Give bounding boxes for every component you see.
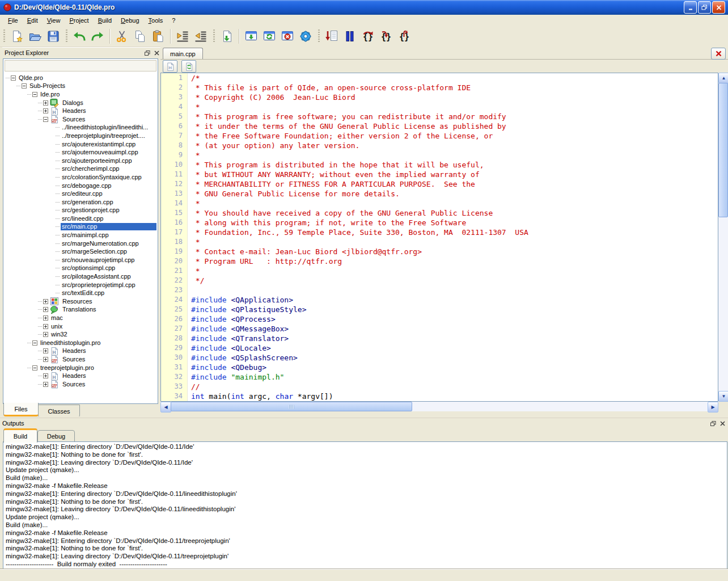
expand-toggle-icon[interactable] [43,348,48,353]
tree-item-src-chercherimpl-cpp[interactable]: src/chercherimpl.cpp [5,165,156,174]
collapse-toggle-icon[interactable] [32,92,37,97]
tree-item-src-proprieteprojetimpl-cpp[interactable]: src/proprieteprojetimpl.cpp [5,281,156,289]
tree-item-qide-pro[interactable]: QIde.pro [5,74,156,82]
tab-build[interactable]: Build [3,428,37,443]
tab-classes[interactable]: Classes [38,405,80,416]
scroll-left-icon[interactable]: ◀ [160,402,171,412]
tree-item-src-ajouternouveauimpl-cpp[interactable]: src/ajouternouveauimpl.cpp [5,148,156,157]
close-outputs-icon[interactable] [718,419,727,427]
code-line[interactable]: 20 * Program URL : http://qtfr.org [161,256,718,266]
collapse-toggle-icon[interactable] [22,83,27,89]
tree-item-src-colorationsyntaxique-cpp[interactable]: src/colorationSyntaxique.cpp [5,173,156,182]
code-line[interactable]: 4 * [161,102,718,112]
project-explorer-filter-bar[interactable] [5,60,156,71]
tree-item-treeprojetplugin-treeprojet[interactable]: ../treeprojetplugin/treeprojet.... [5,132,156,140]
code-line[interactable]: 23 [161,285,718,295]
code-line[interactable]: 27#include <QMessageBox> [161,324,718,334]
scroll-right-icon[interactable]: ▶ [708,402,718,412]
tree-item-sources[interactable]: CPPSources [5,355,156,364]
float-outputs-icon[interactable] [709,419,717,427]
tree-item-sources[interactable]: CPPSources [5,380,156,389]
tree-item-src-lineedit-cpp[interactable]: src/lineedit.cpp [5,214,156,223]
float-panel-icon[interactable] [143,49,151,57]
tab-main-cpp[interactable]: main.cpp [163,48,203,59]
code-line[interactable]: 5 * This program is free software; you c… [161,112,718,121]
close-panel-icon[interactable] [153,49,161,57]
tree-item-src-debogage-cpp[interactable]: src/debogage.cpp [5,182,156,190]
expand-toggle-icon[interactable] [43,382,48,387]
code-line[interactable]: 21 * [161,266,718,276]
pause-button[interactable] [341,27,359,45]
tree-item-src-gestionprojet-cpp[interactable]: src/gestionprojet.cpp [5,207,156,215]
cut-button[interactable] [113,27,131,45]
vertical-scroll-thumb[interactable] [718,83,728,217]
menu-help[interactable]: ? [167,15,180,26]
code-line[interactable]: 10 * This program is distributed in the … [161,160,718,170]
tree-item-src-generation-cpp[interactable]: src/generation.cpp [5,198,156,207]
compile-file-button[interactable] [218,27,236,45]
tree-item-src-ajouterexistantimpl-cpp[interactable]: src/ajouterexistantimpl.cpp [5,140,156,149]
code-line[interactable]: 3 * Copyright (C) 2006 Jean-Luc Biord [161,92,718,102]
collapse-toggle-icon[interactable] [32,340,37,346]
tree-item-sub-projects[interactable]: Sub-Projects [5,82,156,91]
menu-build[interactable]: Build [94,15,116,26]
new-file-button[interactable] [8,27,26,45]
close-button[interactable] [712,1,725,14]
tree-item-headers[interactable]: HHeaders [5,107,156,115]
step-over-button[interactable]: {} [359,27,377,45]
copy-button[interactable] [131,27,149,45]
toggle-header-source-button[interactable]: H [163,60,177,73]
code-line[interactable]: 19 * Contact e-mail: Jean-Luc Biord <jlb… [161,247,718,256]
tree-item-src-editeur-cpp[interactable]: src/editeur.cpp [5,190,156,198]
tree-item-lineedithistoplugin-lineedithi[interactable]: ../lineedithistoplugin/lineedithi... [5,124,156,132]
horizontal-scroll-thumb[interactable] [171,402,412,411]
code-line[interactable]: 25#include <QPlastiqueStyle> [161,305,718,314]
code-line[interactable]: 22 */ [161,276,718,285]
menu-debug[interactable]: Debug [116,15,143,26]
rebuild-button[interactable] [260,27,278,45]
indent-button[interactable] [173,27,192,45]
tab-files[interactable]: Files [3,403,39,416]
code-line[interactable]: 31#include <QDebug> [161,363,718,372]
tree-item-src-mainimpl-cpp[interactable]: src/mainimpl.cpp [5,231,156,239]
scroll-up-icon[interactable]: ▲ [718,73,728,83]
tree-item-ide-pro[interactable]: Ide.pro [5,90,156,99]
code-line[interactable]: 2 * This file is part of QIde, an open-s… [161,83,718,92]
code-line[interactable]: 24#include <QApplication> [161,295,718,305]
expand-toggle-icon[interactable] [43,332,48,337]
menu-edit[interactable]: Edit [23,15,43,26]
qmake-button[interactable] [297,27,315,45]
restore-button[interactable] [698,1,711,14]
menu-tools[interactable]: Tools [144,15,168,26]
expand-toggle-icon[interactable] [43,373,48,378]
build-output-log[interactable]: mingw32-make[1]: Entering directory `D:/… [3,441,727,571]
code-line[interactable]: 11 * but WITHOUT ANY WARRANTY; without e… [161,170,718,179]
tree-item-mac[interactable]: mac [5,314,156,322]
code-line[interactable]: 8 * (at your option) any later version. [161,141,718,150]
tree-item-win32[interactable]: win32 [5,330,156,339]
tree-item-treeprojetplugin-pro[interactable]: treeprojetplugin.pro [5,364,156,372]
editor-vertical-scrollbar[interactable]: ▲ ▼ [718,73,728,402]
tree-item-src-optionsimpl-cpp[interactable]: src/optionsimpl.cpp [5,264,156,273]
code-line[interactable]: 12 * MERCHANTABILITY or FITNESS FOR A PA… [161,179,718,189]
code-line[interactable]: 28#include <QTranslator> [161,334,718,343]
collapse-toggle-icon[interactable] [32,365,37,371]
code-line[interactable]: 9 * [161,150,718,160]
code-line[interactable]: 7 * the Free Software Foundation; either… [161,131,718,141]
save-file-button[interactable] [44,27,62,45]
code-line[interactable]: 26#include <QProcess> [161,314,718,324]
paste-button[interactable] [149,27,167,45]
expand-toggle-icon[interactable] [43,299,48,304]
stop-build-button[interactable] [278,27,297,45]
toolbar-drag-handle[interactable] [318,30,320,43]
outputs-titlebar[interactable]: Outputs [0,418,728,428]
code-line[interactable]: 17 * Foundation, Inc., 59 Temple Place, … [161,228,718,237]
expand-toggle-icon[interactable] [43,307,48,312]
scroll-down-icon[interactable]: ▼ [718,391,728,402]
minimize-button[interactable] [684,1,697,14]
tree-item-headers[interactable]: HHeaders [5,372,156,380]
code-line[interactable]: 15 * You should have received a copy of … [161,208,718,218]
code-line[interactable]: 13 * GNU General Public License for more… [161,189,718,199]
redo-button[interactable] [88,27,107,45]
title-bar[interactable]: D:/Dev/QIde/QIde-0.11/QIde.pro [0,0,728,15]
